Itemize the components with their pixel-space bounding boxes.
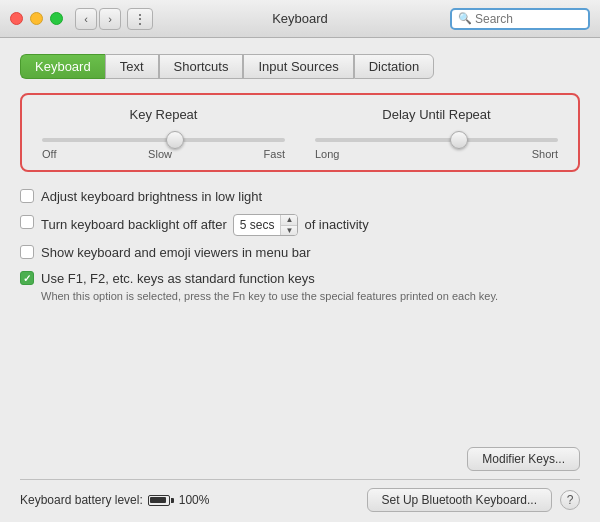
minimize-button[interactable] (30, 12, 43, 25)
status-right: Set Up Bluetooth Keyboard... ? (367, 488, 580, 512)
title-bar: ‹ › ⋮ Keyboard 🔍 (0, 0, 600, 38)
delay-repeat-label: Delay Until Repeat (382, 107, 490, 122)
stepper-buttons: ▲ ▼ (281, 215, 297, 235)
backlight-value: 5 secs (234, 215, 282, 235)
delay-repeat-group: Delay Until Repeat Long Short (315, 107, 558, 160)
delay-repeat-long: Long (315, 148, 339, 160)
option-fnkeys-label: Use F1, F2, etc. keys as standard functi… (41, 270, 498, 288)
stepper-up[interactable]: ▲ (281, 215, 297, 226)
battery-icon (148, 495, 174, 506)
key-repeat-off: Off (42, 148, 56, 160)
option-backlight: Turn keyboard backlight off after 5 secs… (20, 214, 580, 236)
delay-repeat-short: Short (532, 148, 558, 160)
key-repeat-label: Key Repeat (130, 107, 198, 122)
key-repeat-slider[interactable] (42, 138, 285, 142)
option-fnkeys: Use F1, F2, etc. keys as standard functi… (20, 270, 580, 301)
option-emoji: Show keyboard and emoji viewers in menu … (20, 244, 580, 262)
checkbox-backlight[interactable] (20, 215, 34, 229)
key-repeat-group: Key Repeat Off Slow Fast (42, 107, 285, 160)
option-backlight-label: Turn keyboard backlight off after (41, 216, 227, 234)
grid-button[interactable]: ⋮ (127, 8, 153, 30)
checkbox-emoji[interactable] (20, 245, 34, 259)
help-button[interactable]: ? (560, 490, 580, 510)
tab-keyboard[interactable]: Keyboard (20, 54, 105, 79)
nav-arrows: ‹ › (75, 8, 121, 30)
modifier-row: Modifier Keys... (20, 447, 580, 471)
tab-input-sources[interactable]: Input Sources (243, 54, 353, 79)
bottom-section: Modifier Keys... Keyboard battery level:… (20, 447, 580, 512)
window-controls (10, 12, 63, 25)
key-repeat-slow: Slow (148, 148, 172, 160)
search-input[interactable] (475, 12, 582, 26)
key-repeat-sublabels: Off Slow Fast (42, 148, 285, 160)
modifier-keys-button[interactable]: Modifier Keys... (467, 447, 580, 471)
repeat-box: Key Repeat Off Slow Fast Delay Until Rep… (20, 93, 580, 172)
stepper-down[interactable]: ▼ (281, 226, 297, 236)
battery-tip (171, 498, 174, 503)
battery-body (148, 495, 170, 506)
key-repeat-fast: Fast (264, 148, 285, 160)
option-fnkeys-content: Use F1, F2, etc. keys as standard functi… (41, 270, 498, 301)
back-button[interactable]: ‹ (75, 8, 97, 30)
backlight-dropdown[interactable]: 5 secs ▲ ▼ (233, 214, 299, 236)
battery-label: Keyboard battery level: 100% (20, 493, 209, 507)
option-brightness-label: Adjust keyboard brightness in low light (41, 188, 262, 206)
tab-text[interactable]: Text (105, 54, 159, 79)
search-box[interactable]: 🔍 (450, 8, 590, 30)
delay-repeat-slider[interactable] (315, 138, 558, 142)
status-bar: Keyboard battery level: 100% Set Up Blue… (20, 479, 580, 512)
option-backlight-suffix: of inactivity (304, 216, 368, 234)
window-title: Keyboard (272, 11, 328, 26)
checkbox-fnkeys[interactable] (20, 271, 34, 285)
content-area: Keyboard Text Shortcuts Input Sources Di… (0, 38, 600, 522)
bluetooth-keyboard-button[interactable]: Set Up Bluetooth Keyboard... (367, 488, 552, 512)
tab-dictation[interactable]: Dictation (354, 54, 435, 79)
tab-bar: Keyboard Text Shortcuts Input Sources Di… (20, 54, 580, 79)
forward-button[interactable]: › (99, 8, 121, 30)
search-icon: 🔍 (458, 12, 472, 25)
battery-fill (150, 497, 165, 503)
options-list: Adjust keyboard brightness in low light … (20, 188, 580, 302)
checkbox-brightness[interactable] (20, 189, 34, 203)
option-emoji-label: Show keyboard and emoji viewers in menu … (41, 244, 311, 262)
battery-label-text: Keyboard battery level: (20, 493, 143, 507)
option-brightness: Adjust keyboard brightness in low light (20, 188, 580, 206)
tab-shortcuts[interactable]: Shortcuts (159, 54, 244, 79)
option-backlight-inline: Turn keyboard backlight off after 5 secs… (41, 214, 369, 236)
delay-repeat-sublabels: Long Short (315, 148, 558, 160)
maximize-button[interactable] (50, 12, 63, 25)
battery-percent: 100% (179, 493, 210, 507)
option-fnkeys-subtext: When this option is selected, press the … (41, 290, 498, 302)
close-button[interactable] (10, 12, 23, 25)
